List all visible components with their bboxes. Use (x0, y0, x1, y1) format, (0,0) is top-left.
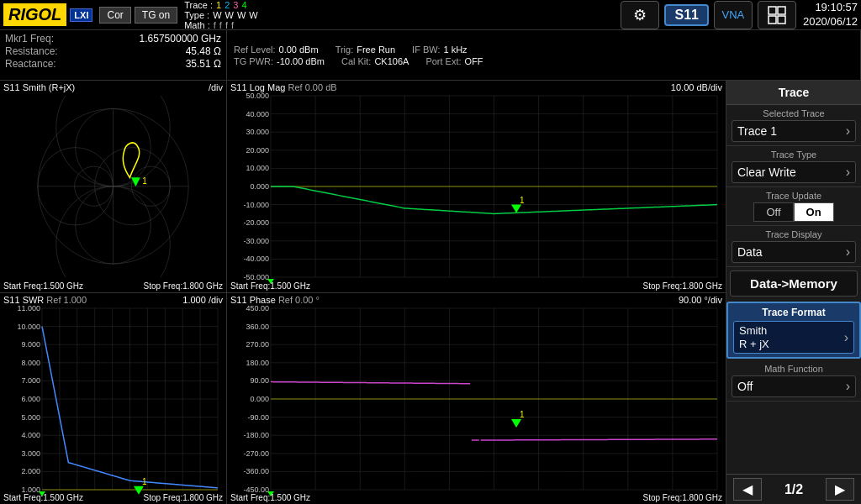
math-function-row[interactable]: Off › (732, 375, 856, 397)
datetime: 19:10:57 2020/06/12 (803, 1, 858, 29)
phase-title: S11 Phase Ref 0.00 ° (230, 295, 320, 305)
svg-marker-15 (131, 177, 140, 186)
trig-key: Trig: (335, 45, 354, 55)
math-function-value: Off (737, 380, 753, 393)
trace-update-title: Trace Update (732, 191, 856, 201)
port-ext-val: OFF (465, 56, 483, 66)
if-bw-val: 1 kHz (444, 45, 467, 55)
trace-label: Trace : (184, 0, 213, 10)
smith-svg: 1 (0, 96, 226, 277)
resistance-val: 45.48 Ω (186, 45, 221, 57)
swr-scale: 1.000 /div (182, 295, 223, 305)
phase-scale: 90.00 °/div (679, 295, 722, 305)
type-2: W (225, 10, 234, 20)
selected-trace-value: Trace 1 (737, 124, 777, 138)
math-3: f (225, 20, 228, 30)
trace-format-row[interactable]: Smith R + jX › (733, 321, 854, 354)
cal-kit-val: CK106A (374, 56, 409, 66)
next-page-btn[interactable]: ▶ (826, 478, 854, 501)
type-3: W (237, 10, 246, 20)
tg-pwr-key: TG PWR: (234, 56, 273, 66)
trace-display-row[interactable]: Data › (732, 241, 856, 263)
math-4: f (231, 20, 234, 30)
center-panel: S11 Log Mag Ref 0.00 dB 10.00 dB/div Sta… (227, 81, 726, 504)
logmag-start: Start Freq:1.500 GHz (230, 281, 310, 291)
trace-format-value: Smith R + jX (739, 324, 769, 350)
type-4: W (249, 10, 257, 20)
swr-canvas (0, 293, 226, 505)
nav-row: ◀ 1/2 ▶ (726, 474, 861, 504)
smith-scale: /div (209, 82, 223, 92)
settings-icon[interactable]: ⚙ (621, 1, 659, 29)
svg-rect-1 (778, 7, 785, 14)
svg-rect-2 (769, 16, 776, 24)
grid-icon[interactable] (758, 1, 796, 29)
lxi-badge: LXI (70, 8, 92, 22)
trace-display-title: Trace Display (732, 229, 856, 239)
trace-format-title: Trace Format (733, 307, 854, 318)
trace-format-arrow: › (844, 330, 848, 345)
vna-icon[interactable]: VNA (714, 1, 753, 29)
right-panel: Trace Selected Trace Trace 1 › Trace Typ… (726, 81, 861, 504)
math-1: f (214, 20, 216, 30)
swr-chart: S11 SWR Ref 1.000 1.000 /div Start Freq:… (0, 293, 226, 505)
selected-trace-row[interactable]: Trace 1 › (732, 120, 856, 142)
selected-trace-arrow: › (846, 123, 850, 139)
phase-stop: Stop Freq:1.800 GHz (643, 493, 723, 502)
center-measurements: Ref Level: 0.00 dBm Trig: Free Run IF BW… (227, 30, 861, 80)
cal-kit-key: Cal Kit: (341, 56, 371, 66)
smith-title: S11 Smith (R+jX) (3, 82, 75, 92)
trace-update-section: Trace Update Off On (726, 187, 861, 226)
trace-update-on-btn[interactable]: On (794, 202, 834, 222)
logmag-canvas (227, 81, 726, 292)
math-label: Math : (184, 20, 210, 30)
trace-display-value: Data (737, 245, 763, 259)
left-panel: S11 Smith (R+jX) /div (0, 81, 227, 504)
if-bw-key: IF BW: (412, 45, 440, 55)
tg-button[interactable]: TG on (135, 7, 177, 24)
type-label: Type : (184, 10, 209, 20)
main-area: S11 Smith (R+jX) /div (0, 81, 861, 504)
math-function-section: Math Function Off › (726, 360, 861, 402)
phase-chart: S11 Phase Ref 0.00 ° 90.00 °/div Start F… (227, 293, 726, 505)
rigol-logo: RIGOL (3, 3, 66, 26)
trace-4-num[interactable]: 4 (241, 0, 246, 10)
date: 2020/06/12 (803, 15, 858, 29)
selected-trace-title: Selected Trace (732, 108, 856, 118)
svg-rect-3 (778, 16, 785, 24)
right-panel-header: Trace (726, 81, 861, 105)
trace-1-num[interactable]: 1 (216, 0, 221, 10)
trace-type-title: Trace Type (732, 150, 856, 160)
left-measurements: Mkr1 Freq: 1.657500000 GHz Resistance: 4… (0, 30, 227, 80)
trace-2-num[interactable]: 2 (224, 0, 230, 10)
prev-page-btn[interactable]: ◀ (733, 478, 762, 501)
logmag-chart: S11 Log Mag Ref 0.00 dB 10.00 dB/div Sta… (227, 81, 726, 293)
selected-trace-section: Selected Trace Trace 1 › (726, 105, 861, 146)
logmag-scale: 10.00 dB/div (671, 82, 722, 92)
s11-button[interactable]: S11 (664, 4, 708, 26)
page-indicator: 1/2 (784, 482, 803, 497)
icon-area: ⚙ S11 VNA (621, 1, 795, 29)
swr-title: S11 SWR Ref 1.000 (3, 295, 87, 305)
swr-stop: Stop Freq:1.800 GHz (144, 493, 224, 502)
svg-text:1: 1 (142, 176, 147, 186)
trace-3-num[interactable]: 3 (233, 0, 238, 10)
trace-format-section: Trace Format Smith R + jX › (726, 302, 861, 359)
top-bar: RIGOL LXI Cor TG on Trace : 1 2 3 4 Type… (0, 0, 861, 30)
trace-update-off-btn[interactable]: Off (753, 202, 793, 222)
trace-display-arrow: › (846, 244, 850, 260)
trace-type-value: Clear Write (737, 165, 796, 179)
port-ext-key: Port Ext: (425, 56, 461, 66)
mkr1-freq-val: 1.657500000 GHz (140, 33, 221, 45)
cor-button[interactable]: Cor (99, 7, 130, 24)
data-memory-btn[interactable]: Data->Memory (730, 270, 858, 297)
trace-type-section: Trace Type Clear Write › (726, 146, 861, 187)
smith-start: Start Freq:1.500 GHz (3, 281, 83, 291)
svg-rect-0 (769, 7, 776, 14)
phase-start: Start Freq:1.500 GHz (230, 493, 310, 502)
tg-pwr-val: -10.00 dBm (277, 56, 325, 66)
ref-level-val: 0.00 dBm (279, 45, 319, 55)
trace-type-row[interactable]: Clear Write › (732, 161, 856, 183)
smith-chart: S11 Smith (R+jX) /div (0, 81, 226, 293)
logmag-title: S11 Log Mag Ref 0.00 dB (230, 82, 337, 92)
